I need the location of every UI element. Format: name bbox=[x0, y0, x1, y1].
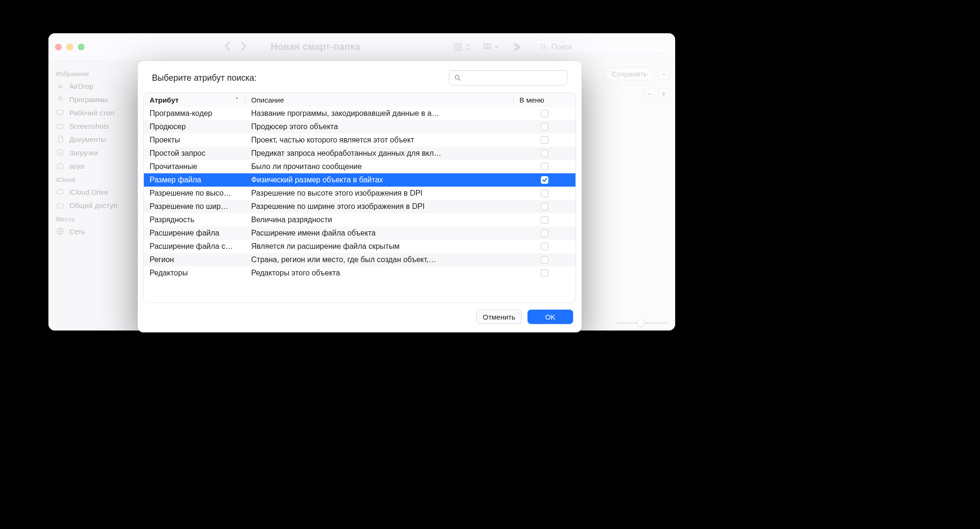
window-title: Новая смарт-папка bbox=[271, 41, 360, 52]
cancel-button[interactable]: Отменить bbox=[476, 310, 522, 324]
table-row[interactable]: РазрядностьВеличина разрядности bbox=[144, 213, 575, 227]
attribute-cell: Разрешение по высо… bbox=[144, 189, 245, 198]
description-cell: Страна, регион или место, где был создан… bbox=[245, 255, 514, 264]
table-row[interactable]: Размер файлаФизический размер объекта в … bbox=[144, 173, 575, 187]
in-menu-cell bbox=[514, 256, 575, 264]
table-header: Атрибут ˄ Описание В меню bbox=[144, 93, 575, 107]
sheet-search-input[interactable] bbox=[449, 70, 567, 85]
sidebar-item-label: Загрузки bbox=[69, 149, 98, 157]
in-menu-cell bbox=[514, 189, 575, 197]
sidebar-item-label: Документы bbox=[69, 135, 106, 143]
sidebar-item-label: Рабочий стол bbox=[69, 109, 114, 117]
svg-rect-2 bbox=[454, 47, 457, 50]
view-mode-icon[interactable] bbox=[453, 42, 470, 52]
svg-rect-7 bbox=[484, 47, 485, 48]
group-by-icon[interactable] bbox=[482, 42, 499, 52]
sort-ascending-icon: ˄ bbox=[236, 97, 238, 103]
in-menu-checkbox[interactable] bbox=[541, 150, 548, 157]
add-rule-button[interactable]: + bbox=[658, 88, 669, 100]
sidebar-section-title: iCloud bbox=[53, 172, 138, 185]
table-row[interactable]: Разрешение по шир…Разрешение по ширине э… bbox=[144, 200, 575, 213]
toolbar-search[interactable]: Поиск bbox=[534, 40, 667, 54]
in-menu-checkbox[interactable] bbox=[541, 243, 548, 250]
sidebar-section-title: Избранное bbox=[53, 66, 138, 79]
sidebar-section-title: Места bbox=[53, 212, 138, 225]
in-menu-checkbox[interactable] bbox=[541, 229, 548, 237]
in-menu-checkbox[interactable] bbox=[541, 189, 548, 197]
table-row[interactable]: Программа-кодерНазвание программы, закод… bbox=[144, 107, 575, 120]
column-description[interactable]: Описание bbox=[245, 96, 514, 104]
close-window-button[interactable] bbox=[55, 44, 62, 50]
svg-rect-3 bbox=[459, 47, 462, 50]
save-button[interactable]: Сохранить bbox=[604, 67, 654, 80]
sheet-header: Выберите атрибут поиска: bbox=[138, 61, 582, 92]
attribute-cell: Разрешение по шир… bbox=[144, 202, 245, 211]
svg-rect-13 bbox=[57, 110, 64, 114]
in-menu-checkbox[interactable] bbox=[541, 269, 548, 277]
table-row[interactable]: Простой запросПредикат запроса необработ… bbox=[144, 147, 575, 160]
in-menu-checkbox[interactable] bbox=[541, 256, 548, 264]
in-menu-checkbox[interactable] bbox=[541, 176, 548, 184]
in-menu-checkbox[interactable] bbox=[541, 123, 548, 131]
sidebar-item[interactable]: Общий доступ bbox=[53, 198, 138, 212]
zoom-window-button[interactable] bbox=[78, 44, 85, 50]
sidebar-item[interactable]: Загрузки bbox=[53, 146, 138, 159]
table-row[interactable]: РедакторыРедакторы этого объекта bbox=[144, 266, 575, 280]
table-row[interactable]: Расширение файлаРасширение имени файла о… bbox=[144, 227, 575, 240]
sidebar-item[interactable]: AirDrop bbox=[53, 79, 138, 93]
zoom-slider[interactable] bbox=[616, 322, 669, 324]
sidebar-item-label: Screenshots bbox=[69, 122, 109, 130]
sidebar-item[interactable]: asya bbox=[53, 159, 138, 172]
attribute-cell: Расширение файла с… bbox=[144, 242, 245, 251]
table-row[interactable]: ПроектыПроект, частью которого является … bbox=[144, 133, 575, 147]
svg-rect-9 bbox=[489, 47, 490, 48]
sidebar-item[interactable]: Рабочий стол bbox=[53, 106, 138, 119]
toolbar-search-placeholder: Поиск bbox=[551, 43, 572, 51]
table-row[interactable]: Расширение файла с…Является ли расширени… bbox=[144, 240, 575, 253]
doc-icon bbox=[56, 135, 65, 143]
attribute-cell: Программа-кодер bbox=[144, 109, 245, 118]
forward-button[interactable] bbox=[240, 41, 247, 53]
svg-rect-5 bbox=[486, 43, 488, 45]
in-menu-checkbox[interactable] bbox=[541, 136, 548, 144]
minimize-window-button[interactable] bbox=[66, 44, 73, 50]
remove-rule-button[interactable]: − bbox=[644, 88, 655, 100]
in-menu-checkbox[interactable] bbox=[541, 216, 548, 224]
table-row[interactable]: ПродюсерПродюсер этого объекта bbox=[144, 120, 575, 133]
sidebar: ИзбранноеAirDropПрограммыРабочий столScr… bbox=[48, 61, 143, 331]
finder-toolbar: Новая смарт-папка Поиск bbox=[48, 33, 675, 61]
svg-rect-1 bbox=[459, 43, 462, 46]
column-in-menu[interactable]: В меню bbox=[514, 96, 575, 104]
ok-button[interactable]: OK bbox=[528, 310, 573, 324]
more-toolbar-icon[interactable] bbox=[512, 42, 521, 52]
in-menu-cell bbox=[514, 163, 575, 170]
description-cell: Продюсер этого объекта bbox=[245, 123, 514, 131]
zoom-slider-thumb[interactable] bbox=[637, 319, 645, 327]
home-icon bbox=[56, 161, 65, 170]
in-menu-checkbox[interactable] bbox=[541, 163, 548, 170]
table-row[interactable]: Разрешение по высо…Разрешение по высоте … bbox=[144, 187, 575, 200]
sidebar-item[interactable]: iCloud Drive bbox=[53, 185, 138, 198]
collapse-criteria-button[interactable]: − bbox=[658, 68, 669, 80]
description-cell: Разрешение по ширине этого изображения в… bbox=[245, 202, 514, 211]
back-button[interactable] bbox=[224, 41, 231, 53]
in-menu-cell bbox=[514, 203, 575, 210]
svg-rect-8 bbox=[486, 47, 488, 48]
sidebar-item[interactable]: Документы bbox=[53, 132, 138, 146]
nav-arrows bbox=[224, 41, 247, 53]
description-cell: Предикат запроса необработанных данных д… bbox=[245, 149, 514, 158]
in-menu-cell bbox=[514, 229, 575, 237]
column-attribute[interactable]: Атрибут ˄ bbox=[144, 96, 245, 104]
sidebar-item[interactable]: Программы bbox=[53, 93, 138, 106]
in-menu-checkbox[interactable] bbox=[541, 203, 548, 210]
table-body: Программа-кодерНазвание программы, закод… bbox=[144, 107, 575, 302]
sidebar-item[interactable]: Screenshots bbox=[53, 119, 138, 132]
in-menu-checkbox[interactable] bbox=[541, 110, 548, 117]
attribute-cell: Простой запрос bbox=[144, 149, 245, 158]
table-row[interactable]: ПрочитанныеБыло ли прочитано сообщение bbox=[144, 160, 575, 173]
airdrop-icon bbox=[56, 82, 65, 90]
column-attribute-label: Атрибут bbox=[150, 96, 179, 104]
table-row[interactable]: РегионСтрана, регион или место, где был … bbox=[144, 253, 575, 266]
sidebar-item[interactable]: Сеть bbox=[53, 225, 138, 238]
sheet-footer: Отменить OK bbox=[138, 303, 582, 332]
